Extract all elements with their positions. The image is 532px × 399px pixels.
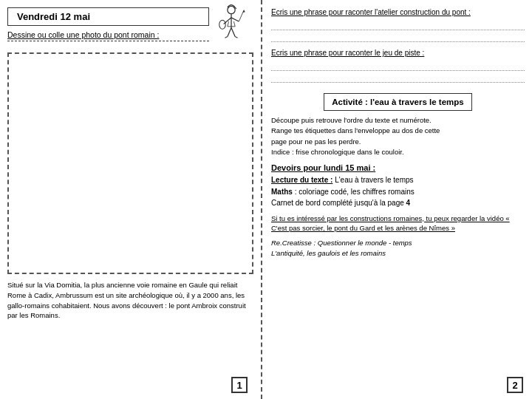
dotted-line-1b: [271, 32, 525, 42]
activity-desc-line3: page pour ne pas les perdre.: [271, 137, 525, 147]
page-number-right: 2: [507, 377, 523, 393]
instruction-text-2: Ecris une phrase pour raconter le jeu de…: [271, 48, 525, 58]
activity-desc-line1: Découpe puis retrouve l'ordre du texte e…: [271, 115, 525, 126]
dessine-label: Dessine ou colle une photo du pont romai…: [7, 30, 209, 41]
draw-box: [7, 52, 253, 274]
recreatisse-line1: Re.Creatisse : Questionner le monde - te…: [271, 238, 525, 248]
devoirs-title: Devoirs pour lundi 15 mai :: [271, 163, 375, 172]
bottom-text: Situé sur la Via Domitia, la plus ancien…: [7, 280, 253, 321]
svg-point-6: [219, 20, 226, 29]
svg-line-2: [224, 18, 231, 24]
lecture-val: L'eau à travers le temps: [332, 176, 413, 184]
left-panel: Vendredi 12 mai Dessine ou colle une pho…: [0, 0, 262, 399]
svg-line-3: [231, 18, 239, 21]
carnet-num: 4: [406, 199, 411, 207]
extra-block: Si tu es intéressé par les constructions…: [271, 214, 525, 234]
date-box: Vendredi 12 mai: [7, 7, 209, 26]
svg-line-9: [225, 37, 227, 38]
devoirs-line2: Maths : coloriage codé, les chiffres rom…: [271, 186, 525, 198]
roman-figure-icon: [209, 4, 253, 48]
svg-point-0: [228, 6, 235, 13]
carnet-label: Carnet de bord complété jusqu'à la page: [271, 199, 404, 207]
activity-desc-line4: Indice : frise chronologique dans le cou…: [271, 147, 525, 157]
maths-label: Maths: [271, 188, 293, 196]
activity-description: Découpe puis retrouve l'ordre du texte e…: [271, 115, 525, 157]
devoirs-line3: Carnet de bord complété jusqu'à la page …: [271, 197, 525, 209]
dotted-line-2a: [271, 61, 525, 71]
instruction-text-1: Ecris une phrase pour raconter l'atelier…: [271, 7, 525, 18]
activity-box: Activité : l'eau à travers le temps: [324, 93, 472, 111]
title-row: Vendredi 12 mai Dessine ou colle une pho…: [7, 7, 253, 48]
maths-val: : coloriage codé, les chiffres romains: [293, 188, 415, 196]
dotted-line-1a: [271, 20, 525, 30]
recreatisse-block: Re.Creatisse : Questionner le monde - te…: [271, 238, 525, 259]
svg-line-8: [231, 28, 235, 37]
instruction-block-1: Ecris une phrase pour raconter l'atelier…: [271, 7, 525, 44]
page-number-left: 1: [231, 377, 248, 393]
right-content: Ecris une phrase pour raconter l'atelier…: [271, 7, 525, 392]
activity-desc-line2: Range tes étiquettes dans l'enveloppe au…: [271, 126, 525, 136]
devoirs-line1: Lecture du texte : L'eau à travers le te…: [271, 174, 525, 186]
activity-row: Activité : l'eau à travers le temps: [271, 89, 525, 115]
dotted-line-2b: [271, 72, 525, 83]
instruction-block-2: Ecris une phrase pour raconter le jeu de…: [271, 48, 525, 84]
devoirs-block: Devoirs pour lundi 15 mai : Lecture du t…: [271, 162, 525, 209]
lecture-label: Lecture du texte :: [271, 176, 332, 184]
recreatisse-line2: L'antiquité, les gaulois et les romains: [271, 248, 525, 259]
svg-line-7: [228, 28, 231, 37]
right-panel: Ecris une phrase pour raconter l'atelier…: [262, 0, 532, 399]
svg-line-10: [235, 37, 237, 38]
